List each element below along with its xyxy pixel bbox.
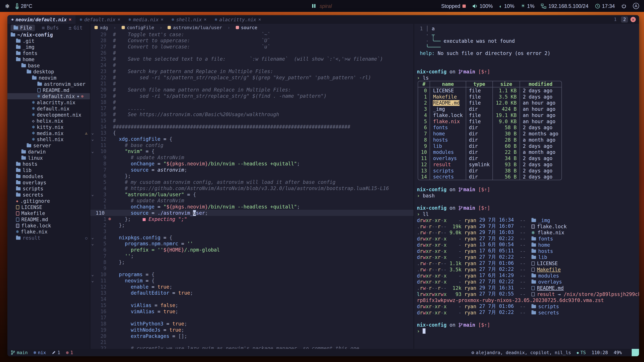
shell-command-line[interactable]: ›: [417, 328, 639, 334]
code-line[interactable]: 2 # update AstroNvim: [90, 197, 414, 204]
tree-item[interactable]: astronvim_user: [8, 81, 90, 87]
tree-item[interactable]: neovim: [8, 75, 90, 81]
code-line[interactable]: 21#: [90, 80, 414, 87]
mic-module[interactable]: ◐ 10%: [499, 3, 514, 9]
breadcrumb-item[interactable]: source: [241, 25, 257, 30]
code-line[interactable]: 2 };: [90, 222, 414, 228]
clock-module[interactable]: 17:34: [595, 3, 615, 9]
tree-item[interactable]: hosts: [8, 161, 90, 167]
code-line[interactable]: ⌄13{: [90, 130, 414, 136]
tree-item[interactable]: _img: [8, 44, 90, 50]
code-line[interactable]: ⌄11 neovim = {: [90, 278, 414, 284]
explorer-tab-git[interactable]: ±Git: [66, 24, 85, 31]
recorder-module[interactable]: Stopped: [441, 3, 466, 9]
tree-item[interactable]: ❄development.nix: [8, 112, 90, 118]
code-line[interactable]: 9: [90, 265, 414, 271]
temperature-module[interactable]: 28°C: [15, 3, 32, 9]
buffer-tab[interactable]: ❄shell.nix×: [168, 15, 211, 24]
code-line[interactable]: 29# Toggle text's case: `~`: [90, 31, 414, 37]
buffer-tab[interactable]: ●neovim/default.nix×: [8, 15, 76, 24]
code-line[interactable]: 7 source = astronvim;: [90, 167, 414, 173]
code-line[interactable]: 19 withNodeJs = true;: [90, 327, 414, 333]
tree-item[interactable]: ❄shell.nix: [8, 136, 90, 142]
code-line[interactable]: 13 defaultEditor = true;: [90, 290, 414, 296]
code-line[interactable]: 17# ......: [90, 105, 414, 111]
code-line[interactable]: 20 extraPackages = [];: [90, 333, 414, 339]
tree-item[interactable]: ❄default.nix: [8, 105, 90, 112]
code-line[interactable]: 12 enable = true;: [90, 284, 414, 290]
tab-close-icon[interactable]: ×: [258, 17, 261, 22]
tree-item[interactable]: result○: [8, 235, 90, 241]
code-line[interactable]: 1 onChange = "${pkgs.neovim}/bin/nvim --…: [90, 204, 414, 210]
tab-close-icon[interactable]: ×: [204, 17, 206, 22]
tree-item[interactable]: home: [8, 56, 90, 62]
code-line[interactable]: 25# Save the selected text to a file: `:…: [90, 56, 414, 62]
tree-item[interactable]: Makefile: [8, 210, 90, 216]
tree-item[interactable]: README.md: [8, 216, 90, 223]
breadcrumb-item[interactable]: astronvim/lua/user: [173, 25, 222, 30]
tree-item[interactable]: linux: [8, 155, 90, 161]
keyboard-layout-indicator[interactable]: A: [633, 3, 639, 9]
git-branch-segment[interactable]: main: [11, 350, 28, 355]
buffer-tab[interactable]: ❄alacritty.nix×: [211, 15, 265, 24]
code-line[interactable]: 19# sed -ri "s/pattern_str/replace_str/g…: [90, 93, 414, 99]
shell-command-line[interactable]: › ls: [417, 75, 639, 81]
tree-item[interactable]: overlays: [8, 179, 90, 186]
tree-item[interactable]: ❄alacritty.nix: [8, 99, 90, 106]
code-line[interactable]: 110 source = ./astronvim_user;: [90, 210, 414, 216]
code-line[interactable]: 18 withPython3 = true;: [90, 321, 414, 327]
tab-close-icon[interactable]: ×: [118, 17, 120, 22]
tree-item[interactable]: flake.lock: [8, 222, 90, 229]
tree-item[interactable]: secrets: [8, 192, 90, 198]
tree-item[interactable]: ❄flake.nix: [8, 229, 90, 235]
code-line[interactable]: 23# Search key pattern and Replace in Mu…: [90, 68, 414, 74]
tree-item[interactable]: fonts: [8, 50, 90, 56]
code-buffer[interactable]: 29# Toggle text's case: `~`28# Convert t…: [90, 31, 414, 349]
code-line[interactable]: 27# Convert to lowercase: `u`: [90, 43, 414, 50]
shell-command-line[interactable]: › bash: [417, 193, 639, 199]
tree-item[interactable]: scripts: [8, 186, 90, 192]
buffer-tab[interactable]: ❄default.nix×: [76, 15, 124, 24]
breadcrumb-item[interactable]: configFile: [127, 25, 154, 30]
code-line[interactable]: 21: [90, 339, 414, 345]
tabpage-2[interactable]: 2: [621, 16, 628, 23]
code-line[interactable]: 6 prefix = ''${HOME}/.npm-global: [90, 247, 414, 253]
tree-item[interactable]: ❄kitty.nix: [8, 124, 90, 130]
code-line[interactable]: 15#: [90, 117, 414, 123]
tree-item[interactable]: .git: [8, 38, 90, 44]
buffer-tab[interactable]: ❄media.nix×: [124, 15, 168, 24]
code-line[interactable]: ⌄12 xdg.configFile = {: [90, 136, 414, 142]
diagnostic-info-segment[interactable]: 1: [52, 350, 60, 355]
tree-item[interactable]: lib: [8, 167, 90, 173]
diagnostic-error-segment[interactable]: ⊗ 1: [66, 350, 73, 355]
network-module[interactable]: 192.168.5.100/24: [541, 3, 588, 9]
code-line[interactable]: 20# Search file name pattern and Replace…: [90, 87, 414, 93]
code-line[interactable]: 8 onChange = "${pkgs.neovim}/bin/nvim --…: [90, 161, 414, 167]
explorer-tab-file[interactable]: File: [11, 24, 35, 31]
tree-item[interactable]: ~/nix-config: [8, 32, 90, 38]
brightness-module[interactable]: ☀ 1%: [521, 3, 534, 9]
code-line[interactable]: ⌄3 "astronvim/lua/user" = {: [90, 191, 414, 197]
code-line[interactable]: 24#: [90, 62, 414, 68]
code-line[interactable]: 1⊗ }; ■ Expecting ";": [90, 216, 414, 222]
code-line[interactable]: 16 vimAlias = true;: [90, 308, 414, 314]
tree-item[interactable]: desktop: [8, 68, 90, 75]
code-line[interactable]: ⌄10 "nvim" = {: [90, 148, 414, 154]
tabpage-1[interactable]: 1: [612, 16, 619, 23]
code-line[interactable]: ⌄5 programs.npm.npmrc = '': [90, 241, 414, 247]
code-line[interactable]: 18#: [90, 99, 414, 105]
code-line[interactable]: 22 # currently we use lazy.nvim as neovi…: [90, 345, 414, 349]
code-line[interactable]: 5 # my cusotom astronvim config, astronv…: [90, 179, 414, 185]
shell-command-line[interactable]: › ll: [417, 211, 639, 217]
breadcrumb-item[interactable]: xdg: [100, 25, 108, 30]
terminal-pane[interactable]: 1 │ a · ┬ · ╰── executable was not found…: [414, 24, 639, 349]
close-all-icon[interactable]: ×: [630, 17, 636, 22]
code-line[interactable]: ⌄4 nixpkgs.config = {: [90, 234, 414, 241]
tree-item[interactable]: ❄default.nix●⊗: [8, 93, 90, 99]
tree-item[interactable]: ◇helix.nix: [8, 118, 90, 124]
code-line[interactable]: 3: [90, 228, 414, 234]
code-line[interactable]: 7 '';: [90, 253, 414, 259]
code-line[interactable]: 11 # base config: [90, 142, 414, 148]
tree-item[interactable]: ◆.gitignore: [8, 198, 90, 204]
tree-item[interactable]: base: [8, 62, 90, 68]
